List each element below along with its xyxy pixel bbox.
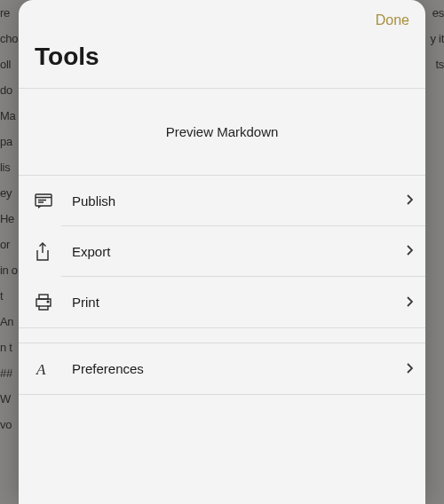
preview-markdown-label: Preview Markdown	[166, 124, 279, 139]
export-row[interactable]: Export	[35, 226, 425, 277]
publish-label: Publish	[72, 193, 115, 209]
preferences-row[interactable]: A Preferences	[35, 343, 425, 394]
chevron-right-icon	[406, 361, 413, 377]
preview-markdown-button[interactable]: Preview Markdown	[19, 89, 425, 176]
export-label: Export	[72, 244, 110, 259]
background-text-right: es y it ts	[426, 0, 444, 504]
sheet-title: Tools	[35, 43, 409, 71]
svg-text:A: A	[36, 361, 46, 377]
tools-sheet: Done Tools Preview Markdown Publish	[19, 0, 425, 504]
publish-icon	[35, 176, 61, 226]
group-divider	[19, 394, 425, 395]
svg-point-6	[47, 301, 49, 303]
chevron-right-icon	[406, 243, 413, 259]
chevron-right-icon	[406, 295, 413, 311]
preferences-icon: A	[35, 343, 61, 394]
export-icon	[35, 226, 61, 277]
print-icon	[35, 277, 61, 327]
print-label: Print	[72, 295, 99, 310]
svg-rect-4	[39, 295, 48, 299]
publish-row[interactable]: Publish	[35, 176, 425, 226]
tools-list: Publish Export	[19, 176, 425, 395]
print-row[interactable]: Print	[35, 277, 425, 327]
group-spacer	[35, 328, 425, 343]
sheet-header: Done Tools	[19, 0, 425, 89]
chevron-right-icon	[406, 193, 413, 209]
done-button[interactable]: Done	[376, 12, 409, 28]
preferences-label: Preferences	[72, 361, 144, 376]
background-text-left: re cho oll do Ma pa lis ey He or in o t …	[0, 0, 18, 504]
